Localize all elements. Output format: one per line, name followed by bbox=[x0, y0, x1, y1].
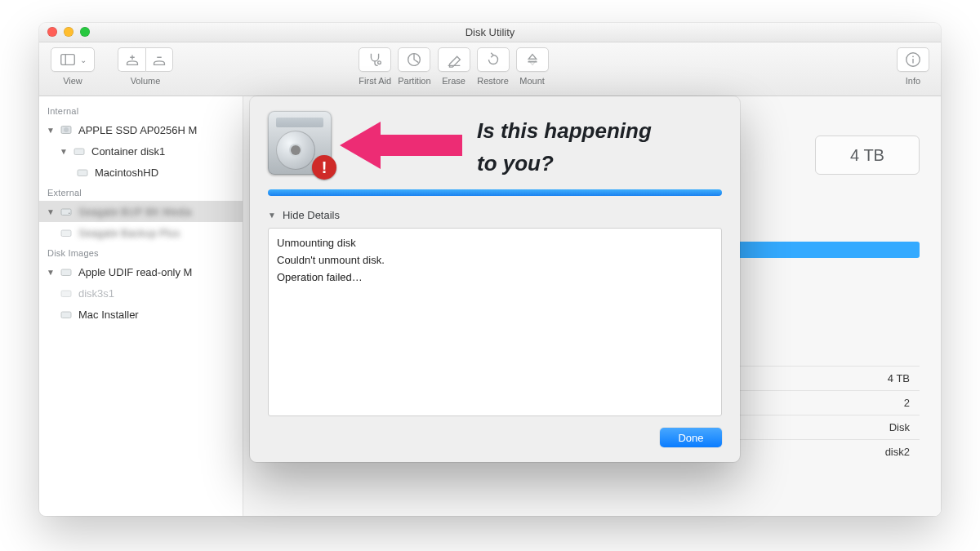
modal-header: Is this happening to you? bbox=[268, 111, 722, 175]
volume-label: Volume bbox=[131, 76, 161, 86]
partition-button[interactable] bbox=[398, 47, 430, 72]
view-button[interactable]: ⌄ bbox=[51, 47, 95, 72]
restore-label: Restore bbox=[477, 76, 509, 86]
annotation-overlay: Is this happening to you? bbox=[340, 114, 652, 180]
log-output[interactable]: Unmounting disk Couldn't unmount disk. O… bbox=[268, 228, 722, 416]
svg-point-5 bbox=[378, 61, 381, 64]
svg-rect-18 bbox=[61, 230, 71, 237]
sidebar-item-image-disk[interactable]: ▼ Apple UDIF read-only M bbox=[39, 261, 243, 282]
minimize-window-button[interactable] bbox=[64, 27, 74, 37]
disk-name: MacintoshHD bbox=[93, 167, 158, 179]
progress-bar bbox=[268, 189, 722, 196]
svg-rect-21 bbox=[61, 312, 71, 318]
svg-point-11 bbox=[912, 56, 914, 57]
volume-add-button[interactable] bbox=[118, 47, 145, 72]
erase-icon bbox=[445, 51, 463, 69]
svg-rect-19 bbox=[61, 269, 71, 276]
external-volume-icon bbox=[59, 225, 74, 240]
tool-view-group: ⌄ View bbox=[51, 47, 95, 86]
arrow-left-icon bbox=[340, 117, 462, 177]
disclosure-triangle-icon[interactable]: ▼ bbox=[46, 207, 56, 216]
volume-minus-icon bbox=[150, 51, 168, 69]
log-line: Operation failed… bbox=[277, 269, 713, 287]
disk-name: Mac Installer bbox=[77, 309, 139, 321]
info-button[interactable] bbox=[897, 47, 929, 72]
done-button[interactable]: Done bbox=[660, 428, 722, 447]
device-value: disk2 bbox=[885, 446, 910, 458]
stethoscope-icon bbox=[366, 51, 384, 69]
disclosure-triangle-icon: ▼ bbox=[268, 211, 276, 220]
erase-button[interactable] bbox=[438, 47, 470, 72]
close-window-button[interactable] bbox=[47, 27, 57, 37]
disk-name: disk3s1 bbox=[77, 287, 114, 300]
volume-icon bbox=[59, 286, 74, 300]
volume-icon bbox=[75, 165, 90, 180]
info-capacity-value: 4 TB bbox=[888, 372, 910, 384]
disk-name: Seagate Backup Plus bbox=[77, 227, 180, 239]
toolbar-center: First Aid Partition Erase Restore Mount bbox=[359, 47, 548, 86]
volume-plus-icon bbox=[123, 51, 141, 69]
view-label: View bbox=[63, 76, 82, 86]
sidebar-item-external-volume[interactable]: Seagate Backup Plus bbox=[39, 222, 243, 243]
volume-segment bbox=[118, 47, 173, 72]
tool-info-group: Info bbox=[897, 47, 929, 86]
svg-point-17 bbox=[69, 213, 70, 215]
svg-marker-22 bbox=[340, 122, 462, 169]
disclosure-triangle-icon[interactable]: ▼ bbox=[46, 126, 56, 135]
log-line: Couldn't unmount disk. bbox=[277, 252, 713, 269]
sidebar-item-external-disk[interactable]: ▼ Seagate BUP BK Media bbox=[39, 201, 243, 222]
capacity-button[interactable]: 4 TB bbox=[815, 136, 920, 175]
annotation-line-2: to you? bbox=[477, 147, 652, 180]
drive-error-icon bbox=[268, 111, 332, 175]
disclosure-triangle-icon[interactable]: ▼ bbox=[46, 268, 56, 277]
sidebar-item-container[interactable]: ▼ Container disk1 bbox=[39, 140, 243, 162]
disk-name: Container disk1 bbox=[90, 145, 165, 158]
mount-label: Mount bbox=[519, 76, 545, 86]
error-badge-icon bbox=[312, 155, 336, 180]
sidebar-item-macintoshhd[interactable]: MacintoshHD bbox=[39, 162, 243, 183]
sidebar-item-mac-installer[interactable]: Mac Installer bbox=[39, 304, 243, 325]
info-child-count-value: 2 bbox=[904, 397, 910, 409]
info-icon bbox=[904, 51, 922, 69]
disk-name: Seagate BUP BK Media bbox=[77, 206, 192, 218]
modal-actions: Done bbox=[268, 428, 722, 447]
info-label: Info bbox=[906, 76, 920, 86]
window-controls bbox=[47, 27, 90, 37]
disk-name: APPLE SSD AP0256H M bbox=[77, 124, 197, 136]
restore-icon bbox=[484, 51, 502, 69]
first-aid-button[interactable] bbox=[359, 47, 391, 72]
toolbar: ⌄ View Volume First Aid Par bbox=[39, 42, 941, 96]
annotation-line-1: Is this happening bbox=[477, 114, 652, 147]
sidebar: Internal ▼ APPLE SSD AP0256H M ▼ Contain… bbox=[39, 96, 243, 516]
details-toggle-label: Hide Details bbox=[283, 209, 340, 221]
svg-rect-14 bbox=[74, 149, 84, 155]
chevron-down-icon: ⌄ bbox=[80, 56, 87, 64]
annotation-text: Is this happening to you? bbox=[477, 114, 652, 180]
svg-rect-0 bbox=[61, 55, 75, 65]
sidebar-item-disk3s1[interactable]: disk3s1 bbox=[39, 282, 243, 304]
info-type-value: Disk bbox=[889, 421, 910, 433]
mount-button[interactable] bbox=[516, 47, 549, 72]
svg-rect-16 bbox=[61, 209, 71, 216]
mount-icon bbox=[523, 51, 541, 69]
capacity-row: 4 TB bbox=[815, 136, 920, 175]
disclosure-triangle-icon[interactable]: ▼ bbox=[59, 147, 69, 156]
external-drive-icon bbox=[59, 204, 74, 219]
titlebar: Disk Utility bbox=[39, 23, 941, 42]
disk-name: Apple UDIF read-only M bbox=[77, 266, 192, 278]
section-internal: Internal bbox=[39, 101, 243, 119]
section-disk-images: Disk Images bbox=[39, 243, 243, 261]
log-line: Unmounting disk bbox=[277, 235, 713, 252]
details-toggle[interactable]: ▼ Hide Details bbox=[268, 209, 722, 221]
erase-label: Erase bbox=[442, 76, 466, 86]
partition-label: Partition bbox=[398, 76, 430, 86]
maximize-window-button[interactable] bbox=[80, 27, 90, 37]
sidebar-item-internal-disk[interactable]: ▼ APPLE SSD AP0256H M bbox=[39, 119, 243, 140]
svg-point-13 bbox=[64, 127, 69, 132]
tool-volume-group: Volume bbox=[118, 47, 173, 86]
volume-remove-button[interactable] bbox=[145, 47, 173, 72]
hard-drive-icon bbox=[59, 122, 74, 137]
first-aid-label: First Aid bbox=[359, 76, 391, 86]
restore-button[interactable] bbox=[477, 47, 510, 72]
section-external: External bbox=[39, 183, 243, 201]
